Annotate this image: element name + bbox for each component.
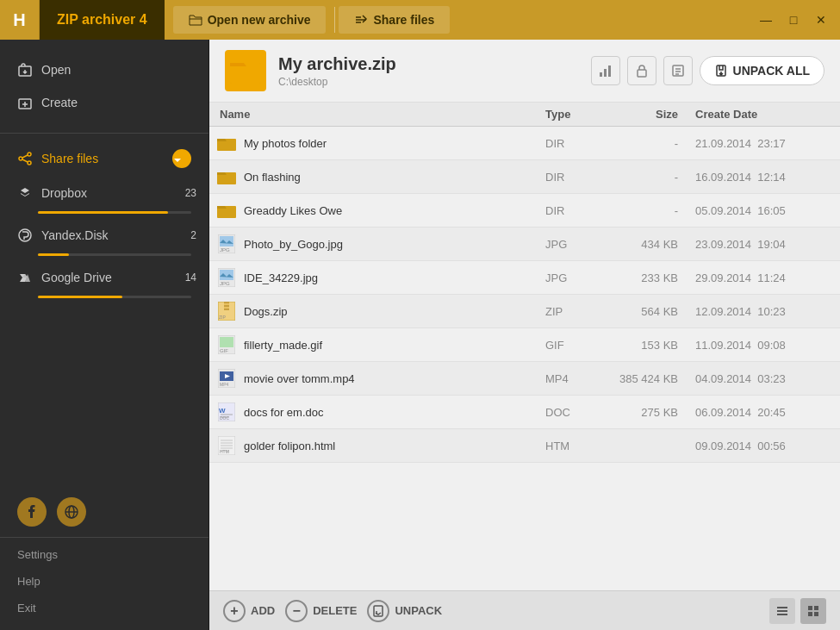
table-row[interactable]: JPG Photo_by_Gogo.jpg JPG 434 KB 23.09.2…: [209, 228, 840, 261]
cell-size-5: 564 KB: [607, 305, 685, 318]
svg-text:HTM: HTM: [220, 449, 229, 454]
file-name-9: golder folipon.html: [244, 440, 335, 452]
bottom-view-buttons: [769, 598, 826, 624]
unpack-button[interactable]: UNPACK: [367, 600, 442, 622]
sidebar-item-yandex[interactable]: Yandex.Disk 2: [0, 219, 208, 252]
facebook-icon[interactable]: [17, 497, 47, 527]
table-row[interactable]: HTM golder folipon.html HTM 09.09.2014 0…: [209, 429, 840, 463]
lock-icon-button[interactable]: [627, 56, 656, 85]
sidebar-item-dropbox[interactable]: Dropbox 23: [0, 177, 208, 209]
cell-type-2: DIR: [538, 204, 607, 217]
cell-size-3: 434 KB: [607, 238, 685, 251]
file-name-4: IDE_34229.jpg: [244, 271, 318, 284]
sidebar-item-google[interactable]: Google Drive 14: [0, 261, 208, 294]
bottom-toolbar: + ADD − DELETE UNPACK: [209, 590, 840, 630]
share-icon: [354, 13, 368, 27]
table-row[interactable]: ZIP Dogs.zip ZIP 564 KB 12.09.2014 10:23: [209, 295, 840, 328]
svg-rect-13: [638, 70, 646, 77]
delete-circle-icon: −: [285, 600, 308, 622]
cell-date-9: 09.09.2014 00:56: [685, 440, 840, 452]
svg-rect-41: [777, 607, 787, 608]
open-archive-button[interactable]: Open new archive: [173, 6, 327, 34]
file-icon-8: W DOC: [216, 402, 237, 422]
yandex-label: Yandex.Disk: [41, 228, 109, 242]
google-progress-wrap: [38, 296, 191, 298]
file-icon-0: [216, 133, 237, 153]
svg-rect-43: [777, 614, 787, 615]
window-controls: — □ ✕: [747, 8, 840, 32]
minimize-button[interactable]: —: [754, 8, 778, 32]
table-row[interactable]: On flashing DIR - 16.09.2014 12:14: [209, 160, 840, 194]
open-icon: [17, 62, 33, 78]
svg-text:W: W: [219, 407, 226, 415]
folder-open-icon: [189, 13, 202, 27]
cell-size-6: 153 KB: [607, 339, 685, 352]
dropbox-progress-wrap: [38, 211, 191, 214]
cell-type-3: JPG: [538, 238, 607, 251]
cell-name-3: JPG Photo_by_Gogo.jpg: [209, 234, 538, 254]
sidebar-item-exit[interactable]: Exit: [0, 595, 208, 621]
share-files-button[interactable]: Share files: [339, 6, 450, 34]
grid-view-button[interactable]: [800, 598, 826, 624]
cell-date-2: 05.09.2014 16:05: [685, 204, 840, 217]
cell-name-8: W DOC docs for em.doc: [209, 402, 538, 422]
open-label: Open: [41, 63, 71, 77]
file-list-header: Name Type Size Create Date: [209, 103, 840, 127]
sidebar-item-create[interactable]: Create: [0, 86, 208, 119]
cell-date-8: 06.09.2014 20:45: [685, 406, 840, 419]
svg-point-3: [28, 161, 31, 165]
sidebar-item-open[interactable]: Open: [0, 53, 208, 86]
google-count: 14: [185, 271, 196, 284]
stats-icon-button[interactable]: [591, 56, 620, 85]
maximize-button[interactable]: □: [781, 8, 806, 32]
table-row[interactable]: Greaddy Likes Owe DIR - 05.09.2014 16:05: [209, 194, 840, 228]
unpack-all-label: UNPACK ALL: [733, 64, 810, 78]
cell-date-1: 16.09.2014 12:14: [685, 171, 840, 184]
sidebar-item-share-files[interactable]: Share files: [0, 140, 208, 177]
table-row[interactable]: MP4 movie over tomm.mp4 MP4 385 424 KB 0…: [209, 362, 840, 396]
sidebar-spacer: [0, 303, 208, 482]
cell-name-5: ZIP Dogs.zip: [209, 301, 538, 321]
google-label: Google Drive: [41, 271, 112, 284]
cell-name-0: My photos folder: [209, 133, 538, 153]
dropbox-count: 23: [185, 187, 196, 199]
table-row[interactable]: JPG IDE_34229.jpg JPG 233 KB 29.09.2014 …: [209, 261, 840, 295]
archive-name: My archive.zip: [278, 54, 591, 74]
cell-date-3: 23.09.2014 19:04: [685, 238, 840, 251]
file-icon-3: JPG: [216, 234, 237, 254]
cell-date-5: 12.09.2014 10:23: [685, 305, 840, 318]
web-icon[interactable]: [57, 497, 86, 527]
file-list: My photos folder DIR - 21.09.2014 23:17 …: [209, 127, 840, 590]
file-name-5: Dogs.zip: [244, 305, 288, 318]
svg-rect-12: [608, 65, 611, 77]
notes-icon-button[interactable]: [663, 56, 693, 85]
cell-type-1: DIR: [538, 171, 607, 184]
svg-rect-45: [814, 606, 818, 610]
unpack-label: UNPACK: [395, 604, 442, 617]
table-row[interactable]: My photos folder DIR - 21.09.2014 23:17: [209, 127, 840, 160]
sidebar-item-settings[interactable]: Settings: [0, 541, 208, 568]
svg-rect-11: [604, 69, 607, 77]
add-label: ADD: [251, 604, 275, 617]
app-title-area: ZIP archiver 4: [40, 0, 165, 40]
svg-point-5: [19, 229, 31, 241]
file-name-3: Photo_by_Gogo.jpg: [244, 238, 343, 251]
file-name-6: fillerty_made.gif: [244, 339, 322, 352]
cell-type-7: MP4: [538, 372, 607, 385]
app-logo: H: [0, 0, 40, 40]
sidebar-item-help[interactable]: Help: [0, 568, 208, 595]
cell-date-6: 11.09.2014 09:08: [685, 339, 840, 352]
file-name-8: docs for em.doc: [244, 406, 324, 419]
app-title: ZIP archiver 4: [57, 12, 147, 28]
table-row[interactable]: GIF fillerty_made.gif GIF 153 KB 11.09.2…: [209, 328, 840, 362]
cell-size-1: -: [607, 171, 685, 184]
unpack-all-button[interactable]: UNPACK ALL: [700, 56, 824, 85]
delete-button[interactable]: − DELETE: [285, 600, 357, 622]
file-name-2: Greaddy Likes Owe: [244, 204, 342, 217]
cell-type-0: DIR: [538, 137, 607, 150]
list-view-button[interactable]: [769, 598, 795, 624]
table-row[interactable]: W DOC docs for em.doc DOC 275 KB 06.09.2…: [209, 396, 840, 429]
file-icon-7: MP4: [216, 368, 237, 389]
add-button[interactable]: + ADD: [223, 600, 275, 622]
close-button[interactable]: ✕: [809, 8, 833, 32]
